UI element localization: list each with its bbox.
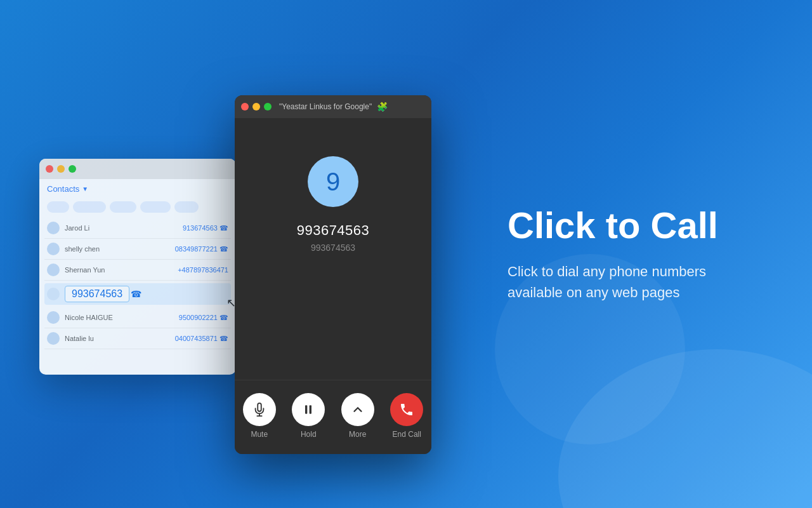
svg-rect-2: [305, 405, 307, 413]
contact-name: shelly chen: [65, 245, 170, 253]
more-label: More: [349, 430, 366, 439]
contact-row[interactable]: Nicole HAIGUE 9500902221 ☎: [44, 307, 231, 328]
call-window-maximize[interactable]: [264, 103, 272, 110]
call-buttons: Mute Hold More: [235, 380, 431, 454]
call-window-title: "Yeastar Linkus for Google": [279, 102, 372, 111]
contact-name: Natalie lu: [65, 335, 170, 342]
more-button[interactable]: [341, 393, 374, 426]
avatar: [47, 311, 60, 324]
contact-number: 9500902221 ☎: [179, 314, 228, 322]
contacts-filter-row: [39, 199, 236, 218]
hold-label: Hold: [301, 430, 317, 439]
main-heading: Click to Call: [508, 205, 761, 246]
contacts-titlebar: [39, 159, 236, 179]
avatar: [47, 332, 60, 345]
contact-name: Jarod Li: [65, 224, 178, 232]
contact-row[interactable]: Natalie lu 04007435871 ☎: [44, 328, 231, 349]
filter-pill-2[interactable]: [73, 201, 106, 213]
contact-number: +487897836471: [178, 266, 228, 274]
contacts-label[interactable]: Contacts: [47, 184, 79, 194]
call-titlebar: "Yeastar Linkus for Google" 🧩: [235, 95, 431, 118]
contacts-window: Contacts ▼ Jarod Li 913674563 ☎ shelly c…: [39, 159, 236, 375]
call-window: "Yeastar Linkus for Google" 🧩 9 99367456…: [235, 95, 431, 454]
right-panel: Click to Call Click to dial any phone nu…: [508, 205, 761, 303]
svg-rect-3: [310, 405, 311, 413]
contact-name: Shernan Yun: [65, 266, 173, 274]
call-window-emoji: 🧩: [377, 102, 388, 112]
hold-button[interactable]: [292, 393, 325, 426]
filter-pill-3[interactable]: [110, 201, 136, 213]
filter-pill-5[interactable]: [174, 201, 199, 213]
filter-pill-1[interactable]: [47, 201, 69, 213]
filter-pill-4[interactable]: [140, 201, 171, 213]
window-minimize-dot[interactable]: [57, 165, 65, 173]
contact-row[interactable]: Jarod Li 913674563 ☎: [44, 218, 231, 239]
contact-number: 08349877221 ☎: [175, 245, 228, 253]
hold-button-group: Hold: [292, 393, 325, 439]
end-call-button[interactable]: [390, 393, 423, 426]
more-button-group: More: [341, 393, 374, 439]
call-content: 9 993674563 993674563: [235, 118, 431, 253]
caller-number-sub: 993674563: [311, 243, 355, 253]
phone-icon: ☎: [131, 289, 141, 299]
avatar: [47, 264, 60, 276]
avatar: [47, 243, 60, 255]
caller-avatar: 9: [308, 156, 358, 207]
contact-number: 04007435871 ☎: [175, 335, 228, 343]
contact-row[interactable]: Shernan Yun +487897836471: [44, 260, 231, 281]
contact-row[interactable]: shelly chen 08349877221 ☎: [44, 239, 231, 260]
contacts-dropdown-icon[interactable]: ▼: [82, 185, 88, 192]
contact-name: Nicole HAIGUE: [65, 314, 174, 321]
mute-button[interactable]: [243, 393, 276, 426]
window-close-dot[interactable]: [46, 165, 53, 173]
contacts-list: Jarod Li 913674563 ☎ shelly chen 0834987…: [39, 218, 236, 349]
avatar: [47, 288, 60, 300]
call-window-minimize[interactable]: [252, 103, 260, 110]
window-maximize-dot[interactable]: [69, 165, 76, 173]
call-window-close[interactable]: [241, 103, 249, 110]
mute-button-group: Mute: [243, 393, 276, 439]
avatar: [47, 222, 60, 234]
end-call-button-group: End Call: [390, 393, 423, 439]
contact-number: 913674563 ☎: [183, 224, 228, 232]
sub-heading: Click to dial any phone numbers availabl…: [508, 261, 761, 303]
end-call-label: End Call: [393, 430, 421, 439]
caller-number-main: 993674563: [297, 222, 370, 239]
highlighted-number-row[interactable]: 993674563 ☎ ↖: [44, 283, 231, 305]
highlighted-phone-number: 993674563: [65, 286, 129, 302]
mute-label: Mute: [251, 430, 268, 439]
contacts-header: Contacts ▼: [39, 179, 236, 199]
caller-initial: 9: [326, 168, 340, 196]
